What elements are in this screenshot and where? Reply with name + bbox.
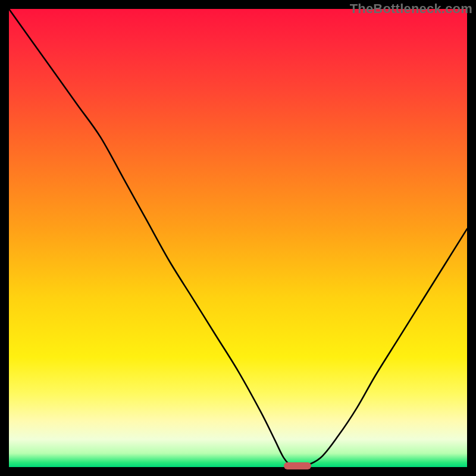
plot-area — [9, 9, 467, 467]
bottleneck-curve — [9, 9, 467, 467]
bottleneck-chart: TheBottleneck.com — [0, 0, 476, 476]
minimum-marker — [284, 462, 311, 469]
